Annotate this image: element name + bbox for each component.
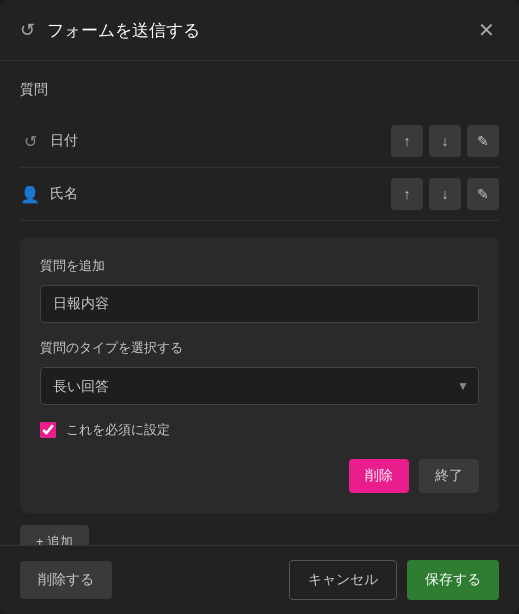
modal-body: 質問 ↺ 日付 ↑ ↓ ✎ 👤 氏名 ↑ ↓ ✎ 質問を追加 質問のタ: [0, 61, 519, 545]
type-select[interactable]: 短い回答 長い回答 数値 日付 選択肢: [40, 367, 479, 405]
add-question-label: 質問を追加: [40, 257, 479, 275]
modal-header: ↺ フォームを送信する ✕: [0, 0, 519, 61]
date-label: 日付: [50, 132, 391, 150]
footer-left: 削除する: [20, 561, 112, 599]
form-icon: ↺: [20, 19, 35, 41]
add-question-card: 質問を追加 質問のタイプを選択する 短い回答 長い回答 数値 日付 選択肢 ▼ …: [20, 237, 499, 513]
name-icon: 👤: [20, 185, 40, 204]
modal-title: フォームを送信する: [47, 19, 474, 42]
card-actions: 削除 終了: [40, 459, 479, 493]
required-checkbox[interactable]: [40, 422, 56, 438]
required-checkbox-row: これを必須に設定: [40, 421, 479, 439]
footer-right: キャンセル 保存する: [289, 560, 499, 600]
date-up-button[interactable]: ↑: [391, 125, 423, 157]
delete-form-button[interactable]: 削除する: [20, 561, 112, 599]
name-up-button[interactable]: ↑: [391, 178, 423, 210]
modal-footer: 削除する キャンセル 保存する: [0, 545, 519, 614]
section-label: 質問: [20, 81, 499, 99]
type-select-wrapper: 短い回答 長い回答 数値 日付 選択肢 ▼: [40, 367, 479, 405]
modal: ↺ フォームを送信する ✕ 質問 ↺ 日付 ↑ ↓ ✎ 👤 氏名 ↑ ↓ ✎: [0, 0, 519, 614]
end-button[interactable]: 終了: [419, 459, 479, 493]
delete-question-button[interactable]: 削除: [349, 459, 409, 493]
close-button[interactable]: ✕: [474, 16, 499, 44]
date-edit-button[interactable]: ✎: [467, 125, 499, 157]
save-button[interactable]: 保存する: [407, 560, 499, 600]
date-actions: ↑ ↓ ✎: [391, 125, 499, 157]
question-text-input[interactable]: [40, 285, 479, 323]
date-down-button[interactable]: ↓: [429, 125, 461, 157]
add-more-row: + 追加: [20, 525, 499, 545]
type-select-label: 質問のタイプを選択する: [40, 339, 479, 357]
name-edit-button[interactable]: ✎: [467, 178, 499, 210]
question-row-date: ↺ 日付 ↑ ↓ ✎: [20, 115, 499, 168]
date-icon: ↺: [20, 132, 40, 151]
name-down-button[interactable]: ↓: [429, 178, 461, 210]
name-label: 氏名: [50, 185, 391, 203]
add-more-button[interactable]: + 追加: [20, 525, 89, 545]
required-label[interactable]: これを必須に設定: [66, 421, 170, 439]
cancel-button[interactable]: キャンセル: [289, 560, 397, 600]
name-actions: ↑ ↓ ✎: [391, 178, 499, 210]
question-row-name: 👤 氏名 ↑ ↓ ✎: [20, 168, 499, 221]
